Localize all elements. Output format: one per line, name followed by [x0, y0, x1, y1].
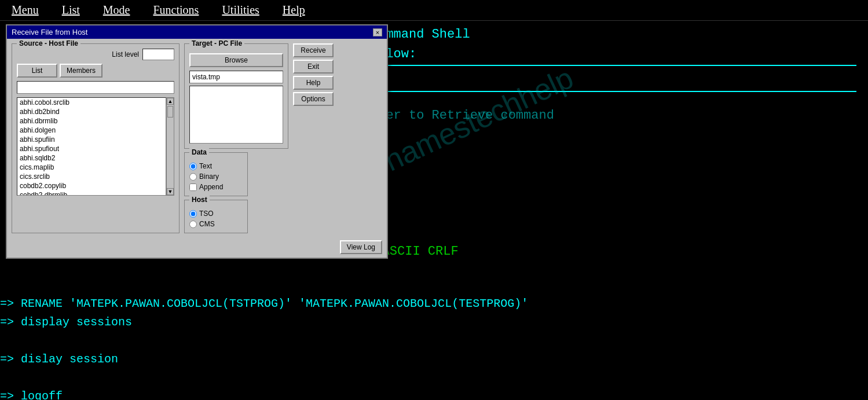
options-button[interactable]: Options: [293, 92, 334, 106]
target-file-input[interactable]: [189, 71, 283, 83]
terminal-history: => RENAME 'MATEPK.PAWAN.COBOLJCL(TSTPROG…: [0, 276, 535, 400]
menu-item-utilities[interactable]: Utilities: [222, 3, 259, 17]
source-panel-label: Source - Host File: [17, 39, 80, 47]
data-text-label: Text: [199, 162, 212, 170]
list-level-label: List level: [112, 50, 139, 58]
menu-item-functions[interactable]: Functions: [153, 3, 199, 17]
data-checkbox-append[interactable]: Append: [189, 183, 243, 191]
list-item[interactable]: abhi.cobol.srclib: [17, 98, 166, 107]
dialog-close-button[interactable]: ×: [373, 28, 382, 36]
list-item[interactable]: abhi.db2bind: [17, 107, 166, 116]
list-item[interactable]: abhi.spufiout: [17, 144, 166, 153]
dialog-title: Receive File from Host: [12, 28, 87, 36]
target-drop-area: [189, 86, 283, 144]
target-panel: Target - PC File Browse: [184, 43, 288, 149]
data-binary-label: Binary: [199, 173, 219, 181]
data-append-checkbox[interactable]: [189, 184, 197, 191]
source-buttons: List Members: [17, 64, 174, 78]
browse-button[interactable]: Browse: [189, 53, 283, 67]
terminal-line-retrieve: nter to Retrieve command: [371, 108, 554, 123]
host-cms-radio[interactable]: [189, 221, 197, 228]
exit-button[interactable]: Exit: [293, 60, 334, 74]
data-binary-radio[interactable]: [189, 173, 197, 181]
list-level-row: List level: [17, 49, 174, 60]
dialog-body: Source - Host File List level List Membe…: [7, 39, 387, 238]
data-text-radio[interactable]: [189, 163, 197, 170]
menubar: Menu List Mode Functions Utilities Help: [0, 0, 868, 21]
scroll-down-arrow[interactable]: ▼: [167, 188, 174, 195]
receive-file-dialog: Receive File from Host × Source - Host F…: [6, 24, 388, 259]
history-line-1: => RENAME 'MATEPK.PAWAN.COBOLJCL(TSTPROG…: [0, 297, 528, 310]
list-level-input[interactable]: [142, 49, 174, 60]
list-button[interactable]: List: [17, 64, 57, 78]
scroll-up-arrow[interactable]: ▲: [167, 98, 174, 105]
data-panel: Data Text Binary Append: [184, 152, 248, 196]
target-panel-label: Target - PC File: [189, 39, 244, 47]
host-tso-label: TSO: [199, 210, 214, 218]
source-panel: Source - Host File List level List Membe…: [12, 43, 180, 233]
source-list[interactable]: abhi.cobol.srclib abhi.db2bind abhi.dbrm…: [17, 97, 166, 196]
list-item[interactable]: abhi.spufiin: [17, 135, 166, 144]
menu-item-list[interactable]: List: [62, 3, 80, 17]
host-cms-label: CMS: [199, 220, 215, 228]
menu-item-help[interactable]: Help: [283, 3, 305, 17]
list-item[interactable]: abhi.sqldb2: [17, 153, 166, 163]
list-item[interactable]: abhi.dolgen: [17, 126, 166, 135]
history-line-2: => display sessions: [0, 313, 535, 332]
right-panels: Target - PC File Browse Data Text Binary: [184, 43, 288, 233]
host-panel-label: Host: [189, 196, 210, 204]
members-button[interactable]: Members: [60, 64, 102, 78]
action-panel: Receive Exit Help Options: [293, 43, 334, 233]
data-radio-group: Text Binary Append: [189, 162, 243, 191]
scroll-thumb[interactable]: [167, 106, 173, 118]
host-radio-tso[interactable]: TSO: [189, 210, 243, 218]
dialog-titlebar: Receive File from Host ×: [7, 25, 387, 39]
list-item[interactable]: cobdb2.copylib: [17, 181, 166, 190]
list-item[interactable]: cobdb2.dbrmlib: [17, 190, 166, 196]
source-search-input[interactable]: [17, 81, 174, 94]
view-log-row: View Log: [7, 238, 387, 258]
receive-button[interactable]: Receive: [293, 43, 334, 57]
view-log-button[interactable]: View Log: [340, 240, 382, 254]
history-line-4: => logoff: [0, 387, 535, 400]
menu-item-menu[interactable]: Menu: [12, 3, 39, 17]
list-item[interactable]: cics.maplib: [17, 163, 166, 172]
history-line-3: => dislay session: [0, 350, 535, 369]
list-scrollbar[interactable]: ▲ ▼: [166, 97, 174, 196]
help-button[interactable]: Help: [293, 76, 334, 90]
list-item[interactable]: cics.srclib: [17, 172, 166, 181]
data-append-label: Append: [199, 183, 223, 191]
data-radio-text[interactable]: Text: [189, 162, 243, 170]
host-radio-group: TSO CMS: [189, 210, 243, 228]
data-panel-label: Data: [189, 148, 209, 156]
host-radio-cms[interactable]: CMS: [189, 220, 243, 228]
source-list-container: abhi.cobol.srclib abhi.db2bind abhi.dbrm…: [17, 97, 174, 196]
host-tso-radio[interactable]: [189, 210, 197, 218]
data-radio-binary[interactable]: Binary: [189, 173, 243, 181]
host-panel: Host TSO CMS: [184, 200, 248, 233]
menu-item-mode[interactable]: Mode: [103, 3, 130, 17]
list-item[interactable]: abhi.dbrmlib: [17, 116, 166, 126]
